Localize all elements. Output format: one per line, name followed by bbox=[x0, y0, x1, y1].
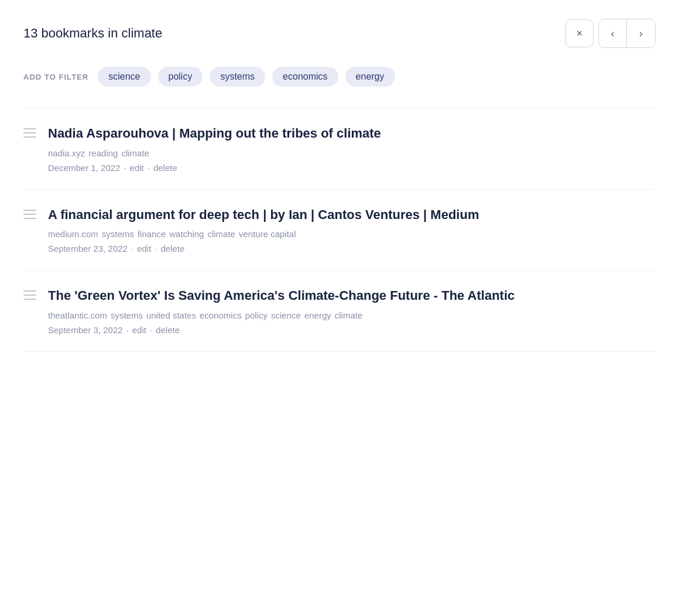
bookmark-tag[interactable]: nadia.xyz bbox=[48, 148, 85, 158]
edit-action[interactable]: edit bbox=[137, 244, 151, 254]
nav-buttons: ‹ › bbox=[598, 19, 656, 48]
meta-sep: · bbox=[148, 163, 150, 173]
filter-tag-economics[interactable]: economics bbox=[272, 67, 338, 87]
filter-row: ADD TO FILTER science policy systems eco… bbox=[23, 67, 656, 87]
bookmark-tag[interactable]: systems bbox=[102, 229, 134, 239]
bookmark-tag[interactable]: systems bbox=[111, 310, 143, 320]
bookmark-meta: December 1, 2022 · edit · delete bbox=[48, 163, 656, 173]
drag-handle[interactable] bbox=[23, 287, 36, 300]
bookmark-tag[interactable]: climate bbox=[121, 148, 149, 158]
bookmark-title[interactable]: The 'Green Vortex' Is Saving America's C… bbox=[48, 287, 656, 304]
delete-action[interactable]: delete bbox=[156, 325, 180, 335]
filter-tag-energy[interactable]: energy bbox=[345, 67, 395, 87]
filter-tag-science[interactable]: science bbox=[98, 67, 150, 87]
drag-handle-line bbox=[23, 290, 36, 292]
page-title: 13 bookmarks in climate bbox=[23, 26, 162, 41]
delete-action[interactable]: delete bbox=[160, 244, 184, 254]
bookmark-tag[interactable]: science bbox=[271, 310, 301, 320]
meta-sep: · bbox=[124, 163, 126, 173]
meta-sep: · bbox=[155, 244, 157, 254]
meta-sep: · bbox=[131, 244, 133, 254]
bookmark-tag[interactable]: climate bbox=[207, 229, 235, 239]
next-button[interactable]: › bbox=[627, 19, 655, 47]
bookmark-content: A financial argument for deep tech | by … bbox=[48, 206, 656, 254]
drag-handle-line bbox=[23, 132, 36, 134]
bookmark-meta: September 3, 2022 · edit · delete bbox=[48, 325, 656, 335]
bookmark-date: September 3, 2022 bbox=[48, 325, 123, 335]
delete-action[interactable]: delete bbox=[153, 163, 177, 173]
bookmark-tag[interactable]: watching bbox=[169, 229, 204, 239]
drag-handle-line bbox=[23, 210, 36, 211]
filter-label: ADD TO FILTER bbox=[23, 73, 88, 81]
drag-handle[interactable] bbox=[23, 206, 36, 219]
edit-action[interactable]: edit bbox=[132, 325, 146, 335]
drag-handle-line bbox=[23, 136, 36, 138]
edit-action[interactable]: edit bbox=[130, 163, 144, 173]
bookmark-tag[interactable]: reading bbox=[88, 148, 118, 158]
drag-handle-line bbox=[23, 214, 36, 215]
meta-sep: · bbox=[126, 325, 129, 335]
bookmark-tags: nadia.xyz reading climate bbox=[48, 148, 656, 158]
bookmark-tag[interactable]: united states bbox=[146, 310, 196, 320]
bookmark-item: Nadia Asparouhova | Mapping out the trib… bbox=[23, 108, 656, 190]
drag-handle[interactable] bbox=[23, 125, 36, 138]
prev-button[interactable]: ‹ bbox=[599, 19, 627, 47]
bookmark-tags: medium.com systems finance watching clim… bbox=[48, 229, 656, 239]
bookmark-item: A financial argument for deep tech | by … bbox=[23, 190, 656, 271]
filter-tag-systems[interactable]: systems bbox=[210, 67, 265, 87]
bookmark-tag[interactable]: policy bbox=[245, 310, 268, 320]
bookmark-content: Nadia Asparouhova | Mapping out the trib… bbox=[48, 125, 656, 173]
filter-tag-policy[interactable]: policy bbox=[158, 67, 203, 87]
bookmark-content: The 'Green Vortex' Is Saving America's C… bbox=[48, 287, 656, 335]
bookmark-tag[interactable]: economics bbox=[200, 310, 242, 320]
drag-handle-line bbox=[23, 299, 36, 300]
page-header: 13 bookmarks in climate × ‹ › bbox=[23, 19, 656, 48]
meta-sep: · bbox=[150, 325, 152, 335]
bookmark-tag[interactable]: climate bbox=[335, 310, 363, 320]
bookmark-tag[interactable]: energy bbox=[304, 310, 331, 320]
bookmarks-list: Nadia Asparouhova | Mapping out the trib… bbox=[23, 108, 656, 352]
bookmark-tags: theatlantic.com systems united states ec… bbox=[48, 310, 656, 320]
bookmark-tag[interactable]: theatlantic.com bbox=[48, 310, 107, 320]
bookmark-item: The 'Green Vortex' Is Saving America's C… bbox=[23, 271, 656, 352]
drag-handle-line bbox=[23, 218, 36, 219]
close-button[interactable]: × bbox=[565, 19, 594, 47]
bookmark-tag[interactable]: medium.com bbox=[48, 229, 98, 239]
bookmark-tag[interactable]: finance bbox=[138, 229, 166, 239]
bookmark-date: September 23, 2022 bbox=[48, 244, 128, 254]
bookmark-meta: September 23, 2022 · edit · delete bbox=[48, 244, 656, 254]
drag-handle-line bbox=[23, 128, 36, 129]
drag-handle-line bbox=[23, 295, 36, 296]
bookmark-date: December 1, 2022 bbox=[48, 163, 120, 173]
header-controls: × ‹ › bbox=[565, 19, 656, 48]
bookmark-tag[interactable]: venture capital bbox=[239, 229, 296, 239]
bookmark-title[interactable]: Nadia Asparouhova | Mapping out the trib… bbox=[48, 125, 656, 142]
bookmark-title[interactable]: A financial argument for deep tech | by … bbox=[48, 206, 656, 224]
